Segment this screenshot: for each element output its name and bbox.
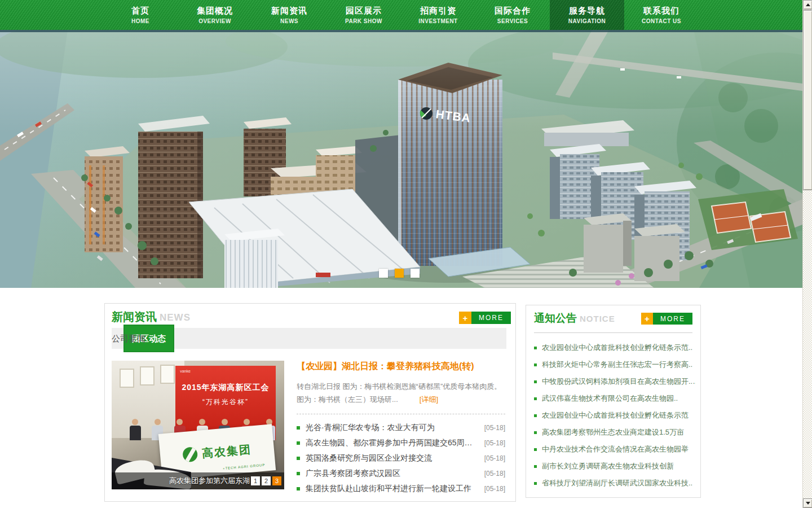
bullet-icon bbox=[297, 457, 300, 460]
notice-list-item[interactable]: 科技部火炬中心常务副主任张志宏一行考察高.. bbox=[534, 356, 696, 373]
carousel-dot[interactable] bbox=[379, 269, 388, 278]
plus-icon: + bbox=[641, 313, 653, 325]
notice-item-title: 中丹农业技术合作交流会情况在高农生物园举 bbox=[542, 444, 689, 454]
notice-item-title: 省科技厅刘望清副厅长调研武汉国家农业科技.. bbox=[542, 478, 692, 488]
hero-banner[interactable]: HTBA bbox=[0, 30, 802, 288]
notice-item-title: 武汉伟嘉生物技术有限公司在高农生物园.. bbox=[542, 393, 678, 404]
news-list-item[interactable]: 广宗县考察团考察武汉园区 [05-18] bbox=[297, 466, 505, 481]
bullet-icon bbox=[534, 482, 537, 485]
notice-list-item[interactable]: 中牧股份武汉饲料添加剂项目在高农生物园开..… bbox=[534, 373, 696, 390]
notice-more-label: MORE bbox=[653, 313, 692, 325]
nav-item[interactable]: 园区展示 PARK SHOW bbox=[326, 0, 401, 30]
notice-item-title: 高农集团考察鄂州生态农业商定建设1.5万亩 bbox=[542, 427, 684, 437]
scrollbar-up-button[interactable] bbox=[803, 0, 812, 10]
photo-caption-text: 高农集团参加第六届东湖 bbox=[169, 476, 250, 486]
hero-carousel bbox=[379, 269, 420, 278]
bullet-icon bbox=[534, 431, 537, 434]
nav-item[interactable]: 服务导航 NAVIGATION bbox=[550, 0, 624, 30]
carousel-dot[interactable] bbox=[395, 269, 404, 278]
page: 首页 HOME 集团概况 OVERVIEW 新闻资讯 NEWS 园区展示 PAR… bbox=[0, 0, 812, 508]
bullet-icon bbox=[534, 448, 537, 451]
featured-detail-link[interactable]: [详细] bbox=[420, 395, 438, 404]
news-list-item[interactable]: 集团扶贫队赴山坡街和平村进行新一轮建设工作 [05-18] bbox=[297, 481, 505, 497]
photo-page-button[interactable]: 1 bbox=[251, 476, 260, 485]
news-photo[interactable]: vanke 2015年东湖高新区工会 “万科光谷杯” 高农集团 +TECH AG… bbox=[112, 361, 284, 489]
photo-certificate bbox=[120, 369, 134, 388]
nav-item[interactable]: 首页 HOME bbox=[103, 0, 178, 30]
news-title-zh: 新闻资讯 bbox=[112, 309, 157, 325]
flag-logo-icon bbox=[182, 446, 198, 462]
bullet-icon bbox=[534, 465, 537, 468]
news-more-label: MORE bbox=[471, 312, 511, 324]
news-item-title: 高农生物园、都尔霍姆参加中丹两国建交65周… bbox=[306, 438, 479, 448]
nav-item[interactable]: 国际合作 SERVICES bbox=[475, 0, 550, 30]
notice-list-item[interactable]: 武汉伟嘉生物技术有限公司在高农生物园.. bbox=[534, 390, 696, 407]
nav-item-label-en: NEWS bbox=[280, 18, 298, 24]
nav-item-label-zh: 联系我们 bbox=[643, 6, 679, 16]
news-item-date: [05-18] bbox=[484, 439, 505, 447]
news-list-item[interactable]: 英国洛桑研究所与园区企业对接交流 [05-18] bbox=[297, 451, 505, 466]
notice-item-title: 农业园创业中心成首批科技创业孵化链条示范 bbox=[542, 410, 689, 421]
nav-item[interactable]: 联系我们 CONTACT US bbox=[624, 0, 699, 30]
notice-item-title: 科技部火炬中心常务副主任张志宏一行考察高.. bbox=[542, 360, 692, 370]
news-more-button[interactable]: + MORE bbox=[459, 312, 511, 324]
news-list-item[interactable]: 高农生物园、都尔霍姆参加中丹两国建交65周… [05-18] bbox=[297, 436, 505, 451]
bullet-icon bbox=[534, 364, 537, 366]
featured-article-title[interactable]: 【农业园】湖北日报：攀登养猪科技高地(转) bbox=[297, 361, 505, 373]
notice-panel: 通知公告 NOTICE + MORE 农业园创业中心成首批科技创业孵化链条示范.… bbox=[526, 305, 701, 498]
nav-item-label-en: PARK SHOW bbox=[345, 18, 382, 24]
bullet-icon bbox=[297, 426, 300, 430]
photo-page-button[interactable]: 2 bbox=[262, 476, 271, 485]
news-list-item[interactable]: 光谷·青桐汇华农专场：农业大有可为 [05-18] bbox=[297, 421, 505, 436]
notice-list-item[interactable]: 副市长刘立勇调研高农生物农业科技创新 bbox=[534, 458, 696, 475]
nav-item-label-zh: 首页 bbox=[131, 6, 149, 16]
nav-item-label-en: SERVICES bbox=[497, 18, 528, 24]
notice-divider bbox=[534, 332, 692, 333]
nav-item-label-en: OVERVIEW bbox=[198, 18, 231, 24]
photo-pagination: 1 2 3 bbox=[251, 476, 281, 485]
news-title-en: NEWS bbox=[160, 312, 191, 323]
hero-illustration: HTBA bbox=[0, 30, 802, 288]
notice-list-item[interactable]: 农业园创业中心成首批科技创业孵化链条示范.. bbox=[534, 339, 696, 356]
carousel-dot[interactable] bbox=[411, 269, 420, 278]
notice-more-button[interactable]: + MORE bbox=[641, 313, 692, 325]
notice-list-item[interactable]: 高农集团考察鄂州生态农业商定建设1.5万亩 bbox=[534, 424, 696, 441]
nav-item-label-zh: 集团概况 bbox=[197, 6, 233, 16]
bullet-icon bbox=[297, 472, 300, 475]
notice-list-item[interactable]: 农业园创业中心成首批科技创业孵化链条示范 bbox=[534, 407, 696, 424]
nav-item-label-en: INVESTMENT bbox=[418, 18, 457, 24]
bullet-icon bbox=[534, 414, 537, 417]
bullet-icon bbox=[534, 347, 537, 349]
bullet-icon bbox=[534, 380, 537, 383]
notice-item-title: 副市长刘立勇调研高农生物农业科技创新 bbox=[542, 461, 674, 471]
notice-list: 农业园创业中心成首批科技创业孵化链条示范.. 科技部火炬中心常务副主任张志宏一行… bbox=[534, 339, 696, 492]
news-panel: 新闻资讯 NEWS + MORE 园区动态 公司要闻 vanke 2015年东湖… bbox=[104, 303, 516, 502]
news-list: 光谷·青桐汇华农专场：农业大有可为 [05-18] 高农生物园、都尔霍姆参加中丹… bbox=[297, 421, 505, 497]
nav-item-label-en: CONTACT US bbox=[642, 18, 681, 24]
banner-line1: 2015年东湖高新区工会 bbox=[175, 383, 275, 393]
nav-item-label-zh: 园区展示 bbox=[346, 6, 382, 16]
nav-item-label-zh: 招商引资 bbox=[420, 6, 456, 16]
scrollbar-down-button[interactable] bbox=[803, 498, 812, 508]
arrow-up-icon bbox=[806, 3, 810, 6]
news-item-date: [05-18] bbox=[484, 454, 505, 462]
photo-caption-bar: 高农集团参加第六届东湖 1 2 3 bbox=[112, 472, 284, 489]
banner-line2: “万科光谷杯” bbox=[175, 397, 275, 407]
scrollbar-thumb[interactable] bbox=[803, 10, 812, 190]
photo-page-button[interactable]: 3 bbox=[272, 476, 281, 485]
nav-item[interactable]: 集团概况 OVERVIEW bbox=[178, 0, 252, 30]
notice-list-item[interactable]: 省科技厅刘望清副厅长调研武汉国家农业科技.. bbox=[534, 475, 696, 492]
news-item-title: 集团扶贫队赴山坡街和平村进行新一轮建设工作 bbox=[306, 484, 479, 494]
news-item-date: [05-18] bbox=[484, 424, 505, 432]
scrollbar[interactable] bbox=[802, 0, 812, 508]
news-tab[interactable]: 公司要闻 bbox=[112, 328, 145, 349]
news-item-date: [05-18] bbox=[484, 485, 505, 493]
photo-certificate bbox=[160, 365, 175, 384]
news-item-date: [05-18] bbox=[484, 470, 505, 478]
notice-title-en: NOTICE bbox=[580, 314, 615, 323]
plus-icon: + bbox=[459, 312, 471, 324]
notice-list-item[interactable]: 中丹农业技术合作交流会情况在高农生物园举 bbox=[534, 441, 696, 458]
nav-item-label-en: HOME bbox=[131, 18, 149, 24]
nav-item[interactable]: 招商引资 INVESTMENT bbox=[401, 0, 475, 30]
nav-item[interactable]: 新闻资讯 NEWS bbox=[252, 0, 326, 30]
